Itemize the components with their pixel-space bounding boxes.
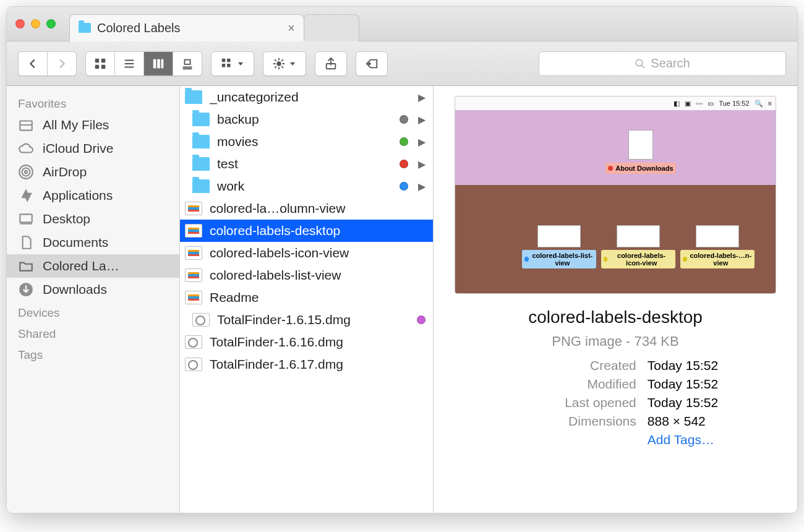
column-view-button[interactable]	[144, 52, 173, 75]
svg-point-34	[22, 168, 30, 176]
dmg-icon	[185, 335, 202, 349]
folder-icon	[192, 135, 210, 148]
chevron-right-icon: ▶	[418, 158, 426, 170]
meta-value: Today 15:52	[648, 395, 718, 410]
tag-dot	[417, 315, 426, 324]
svg-rect-8	[157, 59, 160, 68]
add-tags-button[interactable]: Add Tags…	[648, 432, 718, 447]
sidebar-item-all-my-files[interactable]: All My Files	[7, 113, 179, 137]
chevron-right-icon: ▶	[418, 136, 426, 148]
minimize-window-button[interactable]	[31, 19, 40, 28]
search-field[interactable]: Search	[539, 51, 786, 76]
column-item[interactable]: backup▶	[180, 108, 433, 131]
tags-button[interactable]	[356, 51, 388, 76]
item-name: TotalFinder-1.6.17.dmg	[210, 357, 426, 372]
column-item[interactable]: TotalFinder-1.6.17.dmg	[180, 353, 433, 375]
desktop-icon	[18, 212, 34, 226]
preview-title: colored-labels-desktop	[528, 307, 703, 327]
column-item[interactable]: _uncategorized▶	[180, 86, 433, 108]
sidebar-item-colored-labels[interactable]: Colored La…	[7, 254, 179, 278]
column-item[interactable]: TotalFinder-1.6.15.dmg	[180, 309, 433, 331]
spotlight-icon: 🔍	[755, 100, 763, 108]
sidebar: Favorites All My Files iCloud Drive AirD…	[7, 86, 180, 513]
item-name: colored-labels-icon-view	[210, 246, 426, 260]
svg-rect-16	[227, 64, 231, 67]
item-name: colored-la…olumn-view	[210, 201, 426, 216]
list-view-button[interactable]	[115, 52, 144, 75]
back-button[interactable]	[19, 52, 48, 75]
item-name: colored-labels-desktop	[210, 223, 426, 238]
svg-line-23	[275, 59, 276, 61]
svg-rect-32	[20, 121, 32, 131]
window-controls	[15, 19, 56, 28]
chevron-right-icon: ▶	[418, 92, 426, 103]
sidebar-heading-favorites: Favorites	[7, 92, 179, 113]
tab-colored-labels[interactable]: Colored Labels ×	[69, 14, 304, 41]
close-tab-button[interactable]: ×	[288, 21, 295, 35]
item-name: backup	[217, 112, 392, 127]
svg-line-31	[642, 65, 645, 68]
dmg-icon	[192, 313, 210, 327]
close-window-button[interactable]	[15, 19, 25, 28]
svg-point-30	[636, 59, 643, 66]
svg-rect-13	[222, 58, 226, 62]
sidebar-item-documents[interactable]: Documents	[7, 231, 179, 254]
svg-line-24	[281, 66, 283, 68]
sidebar-item-airdrop[interactable]: AirDrop	[7, 160, 179, 184]
chevron-right-icon: ▶	[418, 181, 426, 192]
cloud-icon	[18, 142, 34, 155]
svg-rect-7	[153, 59, 156, 68]
svg-point-29	[369, 62, 370, 64]
image-icon	[185, 246, 202, 260]
column-item[interactable]: colored-labels-list-view	[180, 264, 433, 286]
airplay-icon: ▣	[685, 100, 691, 108]
meta-value: 888 × 542	[648, 414, 718, 429]
view-switcher	[85, 51, 202, 76]
tag-dot	[400, 137, 408, 146]
sidebar-item-icloud[interactable]: iCloud Drive	[7, 137, 179, 160]
svg-rect-14	[227, 58, 231, 62]
zoom-window-button[interactable]	[46, 19, 56, 28]
share-button[interactable]	[315, 51, 347, 76]
preview-pane: ◧ ▣ ◦◦◦ ▭ Tue 15:52 🔍 ≡ About Downloadsc…	[434, 86, 797, 513]
image-icon	[185, 268, 202, 282]
svg-rect-1	[101, 58, 105, 62]
column-item[interactable]: Readme	[180, 286, 433, 309]
item-name: TotalFinder-1.6.16.dmg	[210, 335, 426, 350]
column-item[interactable]: colored-labels-desktop	[180, 220, 433, 242]
column-item[interactable]: movies▶	[180, 131, 433, 153]
nav-buttons	[18, 51, 77, 76]
all-my-files-icon	[18, 118, 34, 132]
thumbnail-item: colored-labels-list-view	[522, 225, 596, 268]
list-icon: ≡	[768, 100, 772, 107]
preview-metadata: CreatedToday 15:52ModifiedToday 15:52Las…	[513, 358, 718, 447]
svg-line-25	[275, 66, 276, 68]
column-item[interactable]: work▶	[180, 175, 433, 197]
titlebar: Colored Labels ×	[7, 7, 797, 41]
applications-icon	[18, 189, 34, 202]
thumbnail-item: colored-labels-…n-view	[680, 225, 755, 268]
column-item[interactable]: test▶	[180, 153, 433, 175]
column-item[interactable]: TotalFinder-1.6.16.dmg	[180, 331, 433, 353]
sidebar-item-downloads[interactable]: Downloads	[7, 278, 179, 301]
meta-key: Dimensions	[513, 414, 636, 429]
column-item[interactable]: colored-la…olumn-view	[180, 197, 433, 220]
new-tab-button[interactable]	[304, 14, 359, 41]
body: Favorites All My Files iCloud Drive AirD…	[7, 86, 797, 513]
battery-icon: ▭	[708, 100, 714, 108]
preview-thumbnail: ◧ ▣ ◦◦◦ ▭ Tue 15:52 🔍 ≡ About Downloadsc…	[455, 96, 776, 294]
svg-line-26	[281, 59, 283, 61]
svg-rect-9	[161, 59, 164, 68]
search-placeholder: Search	[651, 56, 690, 71]
forward-button[interactable]	[48, 52, 76, 75]
sidebar-item-desktop[interactable]: Desktop	[7, 207, 179, 231]
column-item[interactable]: colored-labels-icon-view	[180, 242, 433, 264]
icon-view-button[interactable]	[86, 52, 115, 75]
folder-icon	[192, 157, 210, 171]
meta-value: Today 15:52	[648, 377, 718, 392]
arrange-menu[interactable]	[211, 51, 254, 76]
action-menu[interactable]	[263, 51, 306, 76]
sidebar-item-applications[interactable]: Applications	[7, 184, 179, 207]
coverflow-view-button[interactable]	[173, 52, 202, 75]
folder-icon	[185, 90, 202, 104]
